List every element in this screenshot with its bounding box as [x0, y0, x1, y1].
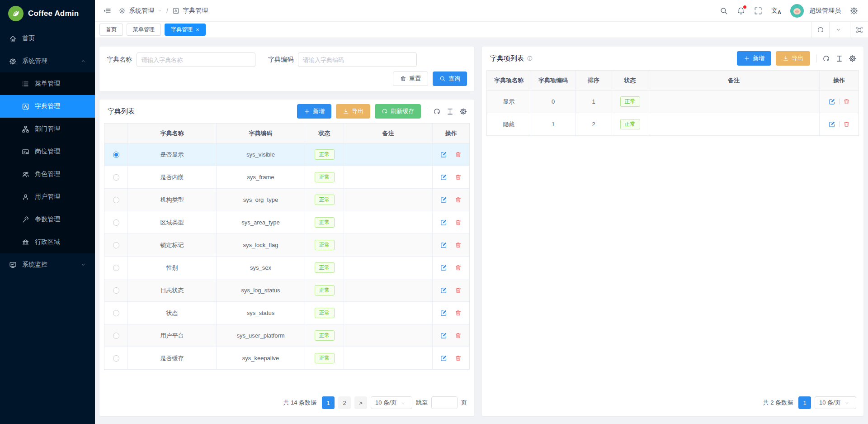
edit-icon[interactable]	[440, 196, 447, 203]
content-fullscreen-button[interactable]	[850, 22, 868, 38]
delete-icon[interactable]	[455, 174, 462, 181]
table-row[interactable]: 区域类型 sys_area_type 正常	[104, 211, 469, 234]
page-button-1[interactable]: 1	[322, 396, 335, 409]
edit-icon[interactable]	[440, 355, 447, 362]
sidebar-item-dept-mgmt[interactable]: 部门管理	[0, 118, 95, 140]
settings-icon[interactable]	[459, 108, 467, 115]
add-dict-item-button[interactable]: 新增	[737, 51, 771, 66]
table-row[interactable]: 是否显示 sys_visible 正常	[104, 143, 469, 166]
page-size-select[interactable]: 10 条/页	[815, 396, 856, 409]
notifications-button[interactable]	[737, 7, 745, 15]
sidebar-item-system-monitor[interactable]: 系统监控	[0, 253, 95, 276]
delete-icon[interactable]	[843, 98, 850, 105]
avatar[interactable]	[790, 4, 804, 18]
sidebar-item-home[interactable]: 首页	[0, 27, 95, 50]
page-size-select[interactable]: 10 条/页	[371, 396, 412, 409]
row-select-radio[interactable]	[113, 152, 119, 158]
next-page-button[interactable]: >	[354, 396, 367, 409]
row-select-radio[interactable]	[113, 287, 119, 294]
delete-icon[interactable]	[455, 196, 462, 203]
refresh-icon[interactable]	[433, 108, 441, 115]
edit-icon[interactable]	[829, 121, 835, 128]
delete-icon[interactable]	[455, 242, 462, 248]
user-name[interactable]: 超级管理员	[809, 7, 841, 15]
table-row[interactable]: 性别 sys_sex 正常	[104, 257, 469, 279]
delete-icon[interactable]	[843, 121, 850, 128]
search-icon[interactable]	[720, 7, 728, 15]
fullscreen-icon[interactable]	[754, 7, 762, 15]
collapse-sidebar-icon[interactable]	[103, 7, 111, 15]
row-select-radio[interactable]	[113, 174, 119, 181]
delete-icon[interactable]	[455, 151, 462, 158]
sidebar-item-dict-mgmt[interactable]: 字典管理	[0, 95, 95, 118]
sidebar-item-user-mgmt[interactable]: 用户管理	[0, 186, 95, 208]
sidebar-item-menu-mgmt[interactable]: 菜单管理	[0, 72, 95, 95]
density-icon[interactable]	[835, 55, 843, 62]
settings-icon[interactable]	[849, 55, 856, 62]
table-row[interactable]: 是否内嵌 sys_frame 正常	[104, 166, 469, 189]
delete-icon[interactable]	[455, 355, 462, 362]
sidebar-item-admin-region[interactable]: 行政区域	[0, 231, 95, 253]
row-select-radio[interactable]	[113, 197, 119, 203]
settings-icon[interactable]	[850, 7, 858, 15]
table-row[interactable]: 机构类型 sys_org_type 正常	[104, 189, 469, 211]
table-row[interactable]: 锁定标记 sys_lock_flag 正常	[104, 234, 469, 257]
row-select-radio[interactable]	[113, 242, 119, 248]
table-row[interactable]: 状态 sys_status 正常	[104, 302, 469, 324]
edit-icon[interactable]	[440, 310, 447, 316]
row-select-radio[interactable]	[113, 265, 119, 271]
dict-code-cell: sys_sex	[217, 257, 305, 279]
status-badge: 正常	[315, 217, 335, 228]
tab-dict-mgmt[interactable]: 字典管理 ×	[165, 24, 206, 36]
page-button-1[interactable]: 1	[798, 396, 811, 409]
add-dict-button[interactable]: 新增	[297, 104, 331, 119]
edit-icon[interactable]	[440, 242, 447, 248]
dict-name-input[interactable]	[137, 52, 255, 67]
tab-home[interactable]: 首页	[99, 24, 123, 36]
app-logo[interactable]: Coffee Admin	[0, 0, 95, 27]
sidebar-item-system-mgmt[interactable]: 系统管理	[0, 50, 95, 72]
row-select-radio[interactable]	[113, 310, 119, 316]
delete-icon[interactable]	[455, 219, 462, 226]
close-tab-icon[interactable]: ×	[196, 27, 199, 33]
row-select-radio[interactable]	[113, 333, 119, 339]
density-icon[interactable]	[446, 108, 454, 115]
edit-icon[interactable]	[440, 174, 447, 181]
export-dict-items-button[interactable]: 导出	[776, 51, 810, 66]
export-dict-button[interactable]: 导出	[336, 104, 370, 119]
breadcrumb-section[interactable]: 系统管理	[129, 7, 154, 15]
edit-icon[interactable]	[440, 287, 447, 294]
table-row[interactable]: 隐藏 1 2 正常	[487, 113, 859, 136]
refresh-cache-button[interactable]: 刷新缓存	[375, 104, 421, 119]
delete-icon[interactable]	[455, 310, 462, 316]
table-row[interactable]: 日志状态 sys_log_status 正常	[104, 279, 469, 302]
tab-options-button[interactable]	[829, 22, 847, 38]
edit-icon[interactable]	[440, 219, 447, 226]
sidebar-item-post-mgmt[interactable]: 岗位管理	[0, 140, 95, 163]
page-button-2[interactable]: 2	[338, 396, 351, 409]
edit-icon[interactable]	[440, 332, 447, 339]
row-select-radio[interactable]	[113, 355, 119, 362]
sidebar-item-role-mgmt[interactable]: 角色管理	[0, 163, 95, 186]
breadcrumb-page[interactable]: 字典管理	[183, 7, 208, 15]
delete-icon[interactable]	[455, 264, 462, 271]
tab-menu-mgmt[interactable]: 菜单管理	[127, 24, 161, 36]
sidebar-item-param-mgmt[interactable]: 参数管理	[0, 208, 95, 231]
refresh-icon[interactable]	[822, 55, 830, 62]
delete-icon[interactable]	[455, 332, 462, 339]
row-select-radio[interactable]	[113, 219, 119, 226]
edit-icon[interactable]	[440, 151, 447, 158]
refresh-tab-button[interactable]	[811, 22, 829, 38]
delete-icon[interactable]	[455, 287, 462, 294]
table-row[interactable]: 是否缓存 sys_keepalive 正常	[104, 347, 469, 370]
translate-icon[interactable]: 文A	[771, 7, 781, 15]
search-button[interactable]: 查询	[433, 71, 467, 86]
table-row[interactable]: 显示 0 1 正常	[487, 91, 859, 113]
jump-page-input[interactable]	[431, 396, 458, 409]
dict-code-input[interactable]	[298, 52, 417, 67]
edit-icon[interactable]	[829, 98, 835, 105]
info-icon[interactable]	[527, 55, 533, 62]
edit-icon[interactable]	[440, 264, 447, 271]
reset-button[interactable]: 重置	[393, 71, 428, 86]
table-row[interactable]: 用户平台 sys_user_platform 正常	[104, 324, 469, 347]
